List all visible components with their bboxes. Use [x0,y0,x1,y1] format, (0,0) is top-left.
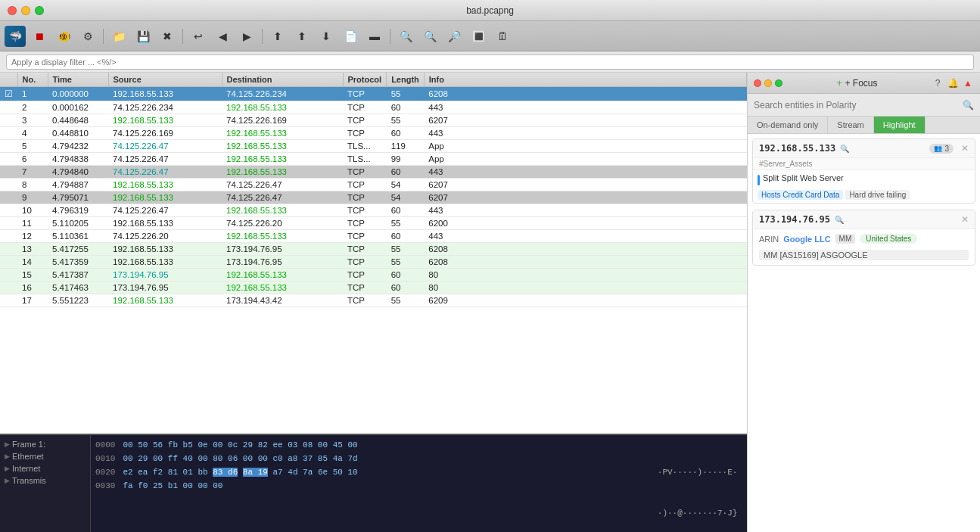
cell-time-5: 4.794838 [48,153,108,166]
go-first-button[interactable]: ⬆ [267,26,288,47]
cell-time-0: 0.000000 [48,87,108,101]
back-button[interactable]: ◀ [212,26,233,47]
entity-ip-1: 192.168.55.133 [759,143,835,154]
detail-item-ethernet[interactable]: ▶ Ethernet [0,450,90,462]
col-header-length[interactable]: Length [387,73,425,87]
options-button[interactable]: ⚙ [77,26,98,47]
toolbar: 🦈 ⏹ 🐠 ⚙ 📁 💾 ✖ ↩ ◀ ▶ ⬆ ⬆ ⬇ 📄 ▬ 🔍 🔍 🔎 🔳 🗓 [0,21,980,51]
col-header-destination[interactable]: Destination [222,73,343,87]
table-row[interactable]: 6 4.794838 74.125.226.47 192.168.55.133 … [0,153,747,166]
cell-len-13: 55 [387,256,425,269]
display-filter-input[interactable] [6,54,974,70]
cell-no-8: 9 [17,191,48,204]
zoom-out-button[interactable]: 🔍 [419,26,440,47]
calendar-button[interactable]: 🗓 [492,26,513,47]
polarity-panel: + + Focus ? 🔔 ▲ 🔍 On-demand only Stream … [747,73,980,532]
cell-len-12: 55 [387,243,425,256]
close-file-button[interactable]: ✖ [157,26,178,47]
cell-check-3 [0,127,17,140]
zoom-in-button[interactable]: 🔍 [395,26,416,47]
table-row[interactable]: 7 4.794840 74.125.226.47 192.168.55.133 … [0,166,747,179]
cell-proto-0: TCP [343,87,387,101]
cell-len-5: 99 [387,153,425,166]
close-button[interactable] [8,6,17,15]
columns-button[interactable]: 🔳 [468,26,489,47]
google-label: Google LLC [783,235,830,244]
zoom-reset-button[interactable]: 🔎 [443,26,465,47]
entity-search-btn-1[interactable]: 🔍 [840,145,849,153]
col-header-check[interactable] [0,73,17,87]
cell-proto-2: TCP [343,114,387,127]
cell-dst-9: 192.168.55.133 [222,204,343,217]
entity-close-btn-1[interactable]: ✕ [961,143,969,154]
table-row[interactable]: 9 4.795071 192.168.55.133 74.125.226.47 … [0,191,747,204]
table-row[interactable]: 13 5.417255 192.168.55.133 173.194.76.95… [0,243,747,256]
cell-len-6: 60 [387,166,425,179]
go-last-button[interactable]: 📄 [340,26,361,47]
detail-item-frame[interactable]: ▶ Frame 1: [0,438,90,450]
col-header-time[interactable]: Time [48,73,108,87]
polarity-tabs: On-demand only Stream Highlight [748,117,980,134]
table-row[interactable]: 4 0.448810 74.125.226.169 192.168.55.133… [0,127,747,140]
table-row[interactable]: 10 4.796319 74.125.226.47 192.168.55.133… [0,204,747,217]
minimize-button[interactable] [21,6,30,15]
polarity-bell-icon[interactable]: 🔔 [947,77,959,89]
polarity-maximize-button[interactable] [775,79,782,87]
polarity-search-input[interactable] [754,100,960,110]
entity-close-btn-2[interactable]: ✕ [961,214,969,225]
cell-len-0: 55 [387,87,425,101]
toolbar-separator-4 [390,29,390,44]
cell-no-12: 13 [17,243,48,256]
maximize-button[interactable] [35,6,44,15]
cell-len-16: 55 [387,294,425,307]
table-row[interactable]: 15 5.417387 173.194.76.95 192.168.55.133… [0,269,747,282]
cell-no-2: 3 [17,114,48,127]
cell-dst-7: 74.125.226.47 [222,179,343,191]
col-header-source[interactable]: Source [108,73,222,87]
tab-stream[interactable]: Stream [828,117,873,133]
colorize-button[interactable]: ▬ [364,26,385,47]
main-area: No. Time Source Destination Protocol Len… [0,73,980,532]
entity-search-btn-2[interactable]: 🔍 [835,216,844,224]
go-next-button[interactable]: ⬇ [316,26,337,47]
cell-dst-13: 173.194.76.95 [222,256,343,269]
save-file-button[interactable]: 💾 [132,26,154,47]
reload-button[interactable]: ↩ [188,26,209,47]
detail-item-transmis[interactable]: ▶ Transmis [0,474,90,487]
go-prev-button[interactable]: ⬆ [291,26,313,47]
table-row[interactable]: 5 4.794232 74.125.226.47 192.168.55.133 … [0,140,747,153]
cell-dst-8: 74.125.226.47 [222,191,343,204]
polarity-help-icon[interactable]: ? [932,77,944,89]
tab-on-demand[interactable]: On-demand only [748,117,828,133]
stop-capture-button[interactable]: ⏹ [29,26,50,47]
table-row[interactable]: 17 5.551223 192.168.55.133 173.194.43.42… [0,294,747,307]
table-row[interactable]: 14 5.417359 192.168.55.133 173.194.76.95… [0,256,747,269]
table-row[interactable]: 11 5.110205 192.168.55.133 74.125.226.20… [0,217,747,230]
cell-proto-13: TCP [343,256,387,269]
entity-annotations-1: Split Split Web Server [753,170,975,188]
detail-label-frame: Frame 1: [12,440,45,449]
table-row[interactable]: 16 5.417463 173.194.76.95 192.168.55.133… [0,282,747,294]
table-row[interactable]: 2 0.000162 74.125.226.234 192.168.55.133… [0,101,747,114]
col-header-info[interactable]: Info [424,73,746,87]
shark-icon[interactable]: 🦈 [5,26,26,47]
open-file-button[interactable]: 📁 [108,26,129,47]
col-header-protocol[interactable]: Protocol [343,73,387,87]
polarity-alert-icon[interactable]: ▲ [962,77,974,89]
table-row[interactable]: ☑ 1 0.000000 192.168.55.133 74.125.226.2… [0,87,747,101]
start-capture-button[interactable]: 🐠 [53,26,74,47]
tab-highlight[interactable]: Highlight [874,117,926,133]
cell-len-14: 60 [387,269,425,282]
table-row[interactable]: 3 0.448648 192.168.55.133 74.125.226.169… [0,114,747,127]
cell-proto-7: TCP [343,179,387,191]
col-header-no[interactable]: No. [17,73,48,87]
detail-item-internet[interactable]: ▶ Internet [0,462,90,474]
cell-info-15: 80 [424,282,746,294]
polarity-close-button[interactable] [754,79,761,87]
detail-label-transmis: Transmis [12,476,46,485]
polarity-minimize-button[interactable] [764,79,772,87]
table-row[interactable]: 12 5.110361 74.125.226.20 192.168.55.133… [0,230,747,243]
cell-check-2 [0,114,17,127]
table-row[interactable]: 8 4.794887 192.168.55.133 74.125.226.47 … [0,179,747,191]
forward-button[interactable]: ▶ [236,26,257,47]
